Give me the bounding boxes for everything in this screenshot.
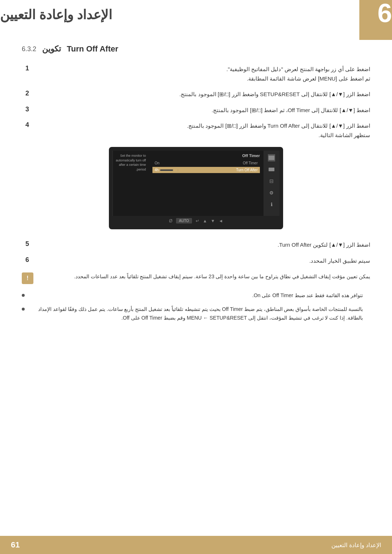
monitor-sidebar: ⊟ ⚙ ℹ — [264, 151, 279, 216]
monitor-screen: ⊟ ⚙ ℹ Off Timer Off Timer On — [113, 151, 279, 216]
monitor-menu: Off Timer Off Timer On Turn Off After — [149, 151, 264, 216]
section-title: Turn Off After تكوين 6.3.2 — [22, 44, 370, 54]
note-icon-inner-1: ! — [26, 275, 28, 282]
slider-fill — [173, 169, 178, 171]
bottom-icon-down: ▼ — [211, 218, 215, 223]
monitor-desc: Set the monitor to automatically turn of… — [113, 151, 149, 216]
menu-item-2-value: 4h — [155, 168, 159, 172]
bullet-item-2: بالنسبة للمنتجات الخاصة بأسواق بعض المنا… — [22, 305, 370, 323]
bullet-text-1: تتوافر هذه القائمة فقط عند ضبط Off Timer… — [28, 291, 363, 300]
menu-slider: 4h — [155, 168, 178, 172]
step-5-num: 5 — [22, 240, 33, 248]
sidebar-icon-4: ⚙ — [268, 189, 275, 196]
section-title-en: Turn Off After — [67, 44, 118, 54]
menu-item-1-label: Off Timer — [243, 161, 258, 165]
bullet-dot-1 — [22, 294, 25, 297]
step-1-num: 1 — [22, 65, 33, 72]
step-6-text: سيتم تطبيق الخيار المحدد. — [37, 256, 370, 266]
chapter-tab: 6 — [359, 0, 392, 40]
monitor-bottom-bar: ◄ ▼ ▲ ↵ AUTO Ø — [113, 216, 279, 226]
step-2-num: 2 — [22, 90, 33, 97]
step-4-num: 4 — [22, 121, 33, 129]
step-1-text: اضغط على أي زر بواجهة المنتج لعرض "دليل … — [37, 65, 370, 83]
step-6-num: 6 — [22, 256, 33, 264]
page-footer: الإعداد وإعادة التعيين 61 — [0, 536, 392, 554]
monitor-outer: ⊟ ⚙ ℹ Off Timer Off Timer On — [109, 147, 283, 229]
monitor-desc-text: Set the monitor to automatically turn of… — [116, 153, 146, 172]
note-icon-1: ! — [22, 272, 33, 284]
menu-title: Off Timer — [152, 153, 260, 158]
sidebar-icon-3: ⊟ — [268, 177, 275, 185]
sidebar-icon-5: ℹ — [268, 201, 275, 208]
step-2-text: اضغط الزر [▲/▼] للانتقال إلى SETUP&RESET… — [37, 90, 370, 99]
section-title-ar: تكوين — [42, 44, 61, 54]
step-5-text: اضغط الزر [▲/▼] لتكوين Turn Off After. — [37, 240, 370, 250]
bottom-icon-enter: ↵ — [196, 218, 199, 223]
bullet-dot-2 — [22, 308, 25, 311]
main-content: Turn Off After تكوين 6.3.2 1 اضغط على أي… — [0, 44, 392, 322]
chapter-number: 6 — [377, 0, 392, 28]
sidebar-icon-1 — [268, 154, 275, 161]
bottom-icon-power: Ø — [169, 218, 172, 223]
sidebar-shape-2 — [269, 168, 274, 171]
notes-section: ! يمكن تعيين مؤقت إيقاف التشغيل في نطاق … — [22, 272, 370, 284]
step-2: 2 اضغط الزر [▲/▼] للانتقال إلى SETUP&RES… — [22, 90, 370, 99]
slider-bar — [160, 169, 178, 171]
monitor-mockup: ⊟ ⚙ ℹ Off Timer Off Timer On — [22, 147, 370, 229]
menu-item-turn-off-after: Turn Off After 4h — [152, 167, 260, 173]
step-4: 4 اضغط الزر [▲/▼] للانتقال إلى Turn Off … — [22, 121, 370, 140]
note-text-1: يمكن تعيين مؤقت إيقاف التشغيل في نطاق يت… — [37, 272, 370, 281]
step-3: 3 اضغط [▲/▼] للانتقال إلى Off Timer، ثم … — [22, 106, 370, 115]
steps-list-2: 5 اضغط الزر [▲/▼] لتكوين Turn Off After.… — [22, 240, 370, 265]
bullet-item-1: تتوافر هذه القائمة فقط عند ضبط Off Timer… — [22, 291, 370, 300]
bullet-list: تتوافر هذه القائمة فقط عند ضبط Off Timer… — [22, 291, 370, 322]
menu-item-2-label: Turn Off After — [236, 168, 258, 172]
menu-item-1-value: On — [155, 161, 159, 165]
bottom-icon-left: ◄ — [219, 218, 223, 223]
footer-title: الإعداد وإعادة التعيين — [331, 542, 381, 549]
header-title-block: الإعداد وإعادة التعيين — [0, 0, 123, 30]
step-3-num: 3 — [22, 106, 33, 113]
step-3-text: اضغط [▲/▼] للانتقال إلى Off Timer، ثم اض… — [37, 106, 370, 115]
sidebar-shape-1 — [269, 156, 274, 160]
section-number: 6.3.2 — [22, 45, 36, 53]
step-1: 1 اضغط على أي زر بواجهة المنتج لعرض "دلي… — [22, 65, 370, 83]
page-title: الإعداد وإعادة التعيين — [0, 7, 112, 22]
page-header: الإعداد وإعادة التعيين 6 — [0, 0, 392, 30]
step-6: 6 سيتم تطبيق الخيار المحدد. — [22, 256, 370, 266]
bottom-btn-auto: AUTO — [176, 218, 192, 223]
menu-item-off-timer: Off Timer On — [152, 160, 260, 166]
steps-list: 1 اضغط على أي زر بواجهة المنتج لعرض "دلي… — [22, 65, 370, 140]
step-5: 5 اضغط الزر [▲/▼] لتكوين Turn Off After. — [22, 240, 370, 250]
footer-page-num: 61 — [11, 540, 20, 550]
step-4-text: اضغط الزر [▲/▼] للانتقال إلى Turn Off Af… — [37, 121, 370, 140]
bullet-text-2: بالنسبة للمنتجات الخاصة بأسواق بعض المنا… — [28, 305, 363, 323]
bottom-icon-up: ▲ — [203, 218, 207, 223]
sidebar-icon-2 — [268, 166, 275, 173]
note-item-1: ! يمكن تعيين مؤقت إيقاف التشغيل في نطاق … — [22, 272, 370, 284]
